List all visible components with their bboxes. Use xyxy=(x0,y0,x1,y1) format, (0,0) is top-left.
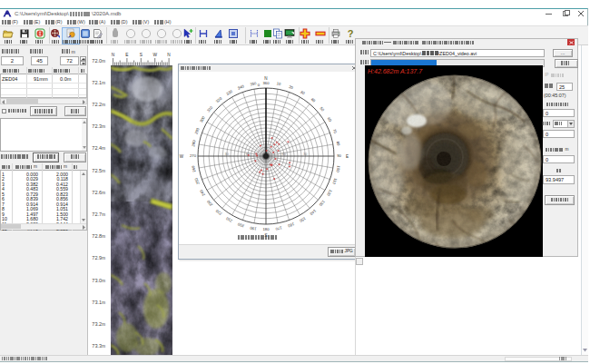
svg-text:50: 50 xyxy=(320,106,326,113)
svg-text:340: 340 xyxy=(237,84,245,90)
svg-text:0: 0 xyxy=(258,83,261,87)
svg-text:130: 130 xyxy=(318,200,326,208)
svg-text:210: 210 xyxy=(225,216,233,223)
svg-text:20: 20 xyxy=(289,84,295,91)
svg-text:10: 10 xyxy=(276,81,281,86)
svg-text:230: 230 xyxy=(205,199,213,207)
svg-text:90: 90 xyxy=(337,153,341,158)
svg-text:330: 330 xyxy=(225,89,233,96)
svg-text:220: 220 xyxy=(214,208,222,216)
svg-text:70: 70 xyxy=(332,128,339,134)
svg-text:40: 40 xyxy=(310,97,317,103)
svg-text:H:42.682m A:137.7: H:42.682m A:137.7 xyxy=(368,68,423,74)
svg-text:100: 100 xyxy=(336,165,341,172)
svg-text:250: 250 xyxy=(193,177,200,185)
svg-text:?: ? xyxy=(347,28,353,39)
svg-text:80: 80 xyxy=(336,141,341,146)
svg-text:310: 310 xyxy=(206,104,214,113)
svg-text:290: 290 xyxy=(193,127,200,135)
svg-text:360: 360 xyxy=(263,81,270,85)
svg-text:60: 60 xyxy=(327,116,333,123)
svg-text:30: 30 xyxy=(225,152,229,156)
svg-text:270: 270 xyxy=(190,153,197,158)
svg-text:260: 260 xyxy=(191,165,196,172)
svg-text:200: 200 xyxy=(237,221,245,228)
svg-text:150: 150 xyxy=(299,216,307,223)
svg-text:190: 190 xyxy=(249,226,256,231)
svg-text:320: 320 xyxy=(215,95,223,103)
svg-text:170: 170 xyxy=(275,226,282,231)
svg-text:120: 120 xyxy=(326,189,333,197)
svg-text:240: 240 xyxy=(199,189,206,197)
svg-text:280: 280 xyxy=(191,139,196,146)
svg-text:N: N xyxy=(264,76,267,81)
svg-text:30: 30 xyxy=(300,90,306,96)
svg-text:110: 110 xyxy=(331,178,338,186)
svg-text:30: 30 xyxy=(303,152,307,156)
svg-text:180: 180 xyxy=(263,227,270,231)
svg-text:300: 300 xyxy=(199,115,206,123)
svg-text:350: 350 xyxy=(250,81,257,86)
svg-text:W: W xyxy=(180,154,184,159)
svg-text:60: 60 xyxy=(282,152,286,156)
svg-text:140: 140 xyxy=(309,209,317,217)
svg-text:160: 160 xyxy=(287,221,295,228)
svg-text:E: E xyxy=(346,154,349,159)
